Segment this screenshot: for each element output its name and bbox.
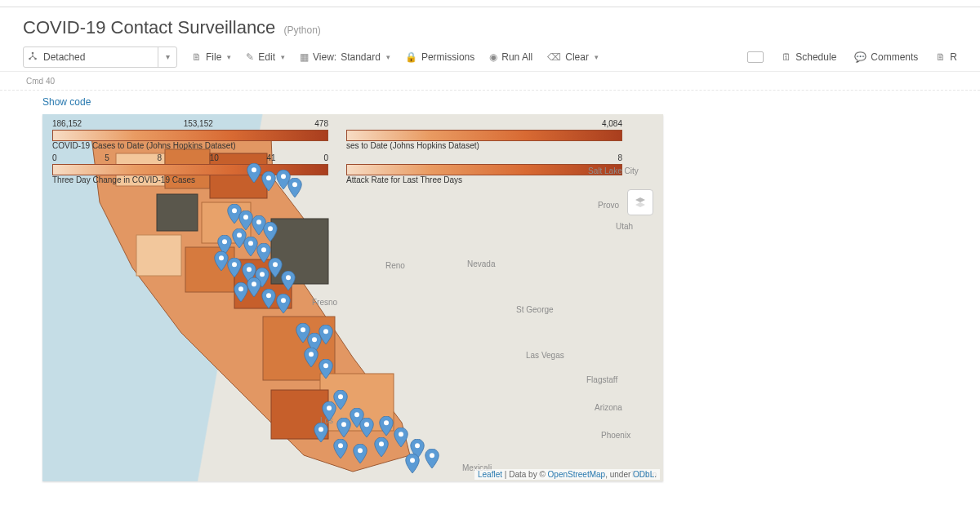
map-marker[interactable]: [261, 171, 276, 186]
map-marker[interactable]: [281, 271, 296, 286]
grid-icon: ▦: [300, 51, 309, 63]
chevron-down-icon: ▾: [386, 53, 390, 61]
svg-rect-7: [157, 194, 198, 231]
cmd-label: Cmd 40: [26, 77, 55, 86]
run-all-button[interactable]: ◉ Run All: [489, 51, 532, 63]
map-output[interactable]: 186,152 153,152 478 COVID-19 Cases to Da…: [42, 114, 663, 481]
osm-link[interactable]: OpenStreetMap: [548, 470, 606, 479]
file-label: File: [206, 51, 221, 63]
title-text: COVID-19 Contact Surveillance: [23, 17, 275, 38]
map-marker[interactable]: [333, 439, 348, 454]
city-label: Salt Lake City: [588, 166, 639, 175]
svg-point-49: [399, 432, 403, 436]
map-marker[interactable]: [410, 439, 425, 454]
city-label: Reno: [385, 261, 405, 270]
svg-point-19: [292, 182, 297, 187]
legend-label: Attack Rate for Last Three Days: [346, 175, 622, 184]
map-marker[interactable]: [247, 277, 261, 292]
legend-tick: 41: [267, 153, 276, 162]
legend-tick: 0: [323, 153, 328, 162]
svg-point-51: [379, 441, 384, 446]
legend-tick: 8: [158, 153, 163, 162]
chevron-down-icon: ▾: [227, 53, 231, 61]
keyboard-icon[interactable]: [747, 51, 764, 63]
show-code-link[interactable]: Show code: [42, 96, 91, 108]
permissions-label: Permissions: [421, 51, 474, 63]
map-marker[interactable]: [318, 325, 333, 339]
city-label: Las Vegas: [526, 351, 564, 360]
svg-point-44: [327, 405, 332, 410]
svg-point-22: [256, 219, 261, 224]
schedule-button[interactable]: 🗓 Schedule: [782, 51, 836, 63]
svg-point-38: [301, 327, 305, 332]
clear-label: Clear: [565, 51, 589, 63]
svg-point-35: [238, 286, 243, 291]
map-marker[interactable]: [353, 444, 368, 459]
map-marker[interactable]: [304, 348, 318, 362]
chevron-down-icon: ▾: [281, 53, 285, 61]
map-marker[interactable]: [261, 289, 276, 304]
revision-button[interactable]: 🗎 R: [936, 51, 957, 63]
map-marker[interactable]: [405, 454, 420, 468]
map-legend: 186,152 153,152 478 COVID-19 Cases to Da…: [52, 119, 622, 188]
cluster-selector[interactable]: Detached ▾: [23, 47, 177, 68]
chevron-down-icon: ▾: [595, 53, 599, 61]
map-marker[interactable]: [322, 401, 336, 416]
clear-menu[interactable]: ⌫ Clear ▾: [547, 51, 599, 63]
map-marker[interactable]: [247, 163, 261, 178]
map-marker[interactable]: [318, 359, 333, 374]
svg-point-48: [384, 420, 389, 425]
comments-button[interactable]: 💬 Comments: [854, 51, 918, 63]
city-label: Flagstaff: [586, 375, 617, 384]
city-label: Arizona: [595, 403, 622, 412]
map-marker[interactable]: [263, 222, 278, 237]
map-marker[interactable]: [379, 416, 394, 431]
edit-menu[interactable]: ✎ Edit ▾: [246, 51, 285, 63]
legend-tick: 153,152: [184, 119, 213, 128]
svg-point-33: [286, 275, 291, 280]
svg-point-56: [430, 453, 434, 458]
lock-icon: 🔒: [405, 51, 417, 63]
cluster-icon: [24, 51, 42, 64]
map-marker[interactable]: [374, 437, 389, 452]
file-menu[interactable]: 🗎 File ▾: [192, 51, 231, 63]
leaflet-link[interactable]: Leaflet: [478, 470, 502, 479]
map-marker[interactable]: [394, 428, 408, 442]
svg-point-39: [312, 337, 317, 342]
map-marker[interactable]: [256, 243, 271, 258]
city-label: Phoenix: [601, 431, 630, 440]
schedule-label: Schedule: [795, 51, 836, 63]
map-marker[interactable]: [314, 423, 328, 437]
edit-label: Edit: [258, 51, 275, 63]
map-marker[interactable]: [227, 258, 242, 273]
map-marker[interactable]: [217, 235, 232, 250]
permissions-button[interactable]: 🔒 Permissions: [405, 51, 474, 63]
map-marker[interactable]: [234, 282, 248, 297]
map-marker[interactable]: [276, 294, 291, 308]
city-label: St George: [516, 305, 554, 314]
svg-point-26: [248, 241, 253, 246]
layers-control[interactable]: [627, 189, 653, 215]
view-mode: Standard: [341, 51, 381, 63]
svg-point-54: [318, 427, 323, 432]
legend-label: COVID-19 Cases to Date (Johns Hopkins Da…: [52, 141, 328, 150]
svg-point-32: [273, 262, 278, 267]
map-marker[interactable]: [336, 418, 351, 432]
odbl-link[interactable]: ODbL: [633, 470, 654, 479]
svg-point-29: [232, 262, 237, 267]
view-menu[interactable]: ▦ View: Standard ▾: [300, 51, 390, 63]
map-marker[interactable]: [287, 178, 302, 193]
svg-point-24: [237, 233, 242, 237]
svg-point-43: [338, 394, 343, 399]
map-marker[interactable]: [359, 418, 374, 432]
svg-point-16: [252, 167, 256, 172]
eraser-icon: ⌫: [547, 51, 561, 63]
map-marker[interactable]: [425, 449, 439, 463]
svg-point-50: [415, 443, 420, 448]
svg-point-46: [341, 422, 346, 427]
chevron-down-icon: ▾: [158, 47, 176, 67]
svg-point-36: [266, 293, 271, 298]
city-label: Utah: [616, 222, 633, 231]
comments-icon: 💬: [854, 51, 866, 63]
legend-tick: 186,152: [52, 119, 82, 128]
